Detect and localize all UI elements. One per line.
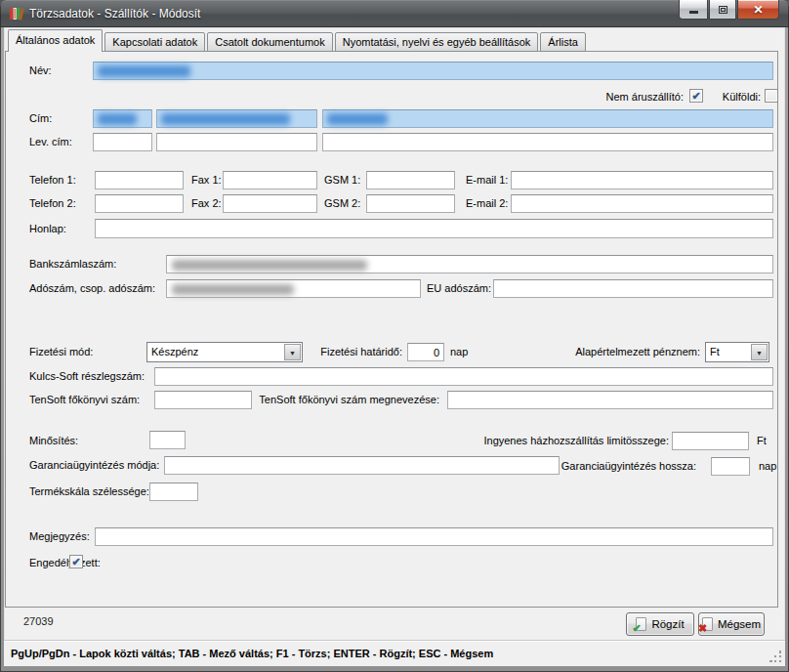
engedelyezett-checkbox[interactable]: ✔ bbox=[69, 555, 83, 568]
lev-cim-street-input[interactable] bbox=[322, 133, 773, 151]
nem-aruszallito-checkbox[interactable]: ✔ bbox=[689, 89, 703, 103]
nev-input[interactable] bbox=[93, 62, 773, 80]
cim-street-input[interactable] bbox=[322, 109, 773, 128]
honlap-label: Honlap: bbox=[29, 223, 66, 234]
penznem-select[interactable]: Ft ▼ bbox=[705, 342, 769, 362]
megjegyzes-label: Megjegyzés: bbox=[29, 530, 90, 542]
redacted-bankszamlaszam bbox=[172, 260, 367, 271]
tab-csatolt-dokumentumok[interactable]: Csatolt dokumentumok bbox=[207, 32, 333, 52]
app-books-icon bbox=[9, 6, 24, 21]
statusbar: PgUp/PgDn - Lapok közti váltás; TAB - Me… bbox=[4, 640, 785, 666]
telefon1-label: Telefon 1: bbox=[29, 174, 76, 186]
cancel-button[interactable]: ✖ Mégsem bbox=[698, 612, 765, 636]
tab-altalanos-adatok[interactable]: Általános adatok bbox=[8, 29, 103, 52]
email2-label: E-mail 2: bbox=[466, 197, 508, 209]
close-icon: ✕ bbox=[753, 3, 763, 17]
nap-suffix-2: nap bbox=[759, 460, 776, 472]
tensoft-szam-input[interactable] bbox=[154, 391, 252, 409]
titlebar[interactable]: Törzsadatok - Szállítók - Módosít ✕ bbox=[0, 0, 789, 27]
fax2-input[interactable] bbox=[223, 194, 317, 213]
kulfoldi-checkbox[interactable] bbox=[765, 89, 778, 103]
engedelyezett-label: Engedélyezett: bbox=[29, 557, 101, 568]
bankszamlaszam-label: Bankszámlaszám: bbox=[29, 258, 116, 270]
redacted-nev bbox=[98, 65, 190, 77]
check-icon: ✔ bbox=[71, 556, 80, 567]
cancel-document-x-icon: ✖ bbox=[702, 617, 713, 631]
garancia-modja-input[interactable] bbox=[164, 456, 560, 475]
telefon2-label: Telefon 2: bbox=[29, 197, 76, 209]
statusbar-hint-text: PgUp/PgDn - Lapok közti váltás; TAB - Me… bbox=[11, 648, 493, 659]
kulfoldi-label: Külföldi: bbox=[723, 91, 761, 103]
fizetesi-hatarido-label: Fizetési határidő: bbox=[320, 346, 402, 357]
garancia-modja-label: Garanciaügyintézés módja: bbox=[29, 459, 159, 471]
fax2-label: Fax 2: bbox=[191, 197, 222, 209]
close-button[interactable]: ✕ bbox=[737, 0, 779, 20]
cim-label: Cím: bbox=[29, 112, 52, 124]
fax1-label: Fax 1: bbox=[191, 174, 222, 186]
termekskala-input[interactable] bbox=[149, 483, 198, 501]
window-title: Törzsadatok - Szállítók - Módosít bbox=[29, 7, 200, 21]
maximize-icon bbox=[719, 6, 727, 14]
cancel-button-label: Mégsem bbox=[718, 618, 761, 630]
adoszam-input[interactable] bbox=[166, 279, 421, 298]
redacted-city bbox=[161, 113, 290, 125]
adoszam-label: Adószám, csop. adószám: bbox=[29, 282, 155, 294]
garancia-hossza-input[interactable] bbox=[711, 457, 750, 476]
tensoft-megnevezes-input[interactable] bbox=[447, 391, 773, 409]
bankszamlaszam-input[interactable] bbox=[166, 255, 773, 273]
lev-cim-zip-input[interactable] bbox=[93, 133, 152, 151]
ingyenes-limit-label: Ingyenes házhozszállítás limitösszege: bbox=[483, 435, 669, 446]
maximize-button[interactable] bbox=[709, 0, 736, 20]
telefon2-input[interactable] bbox=[95, 194, 184, 213]
chevron-down-icon[interactable]: ▼ bbox=[284, 344, 301, 360]
minosites-input[interactable] bbox=[149, 431, 186, 449]
eu-adoszam-input[interactable] bbox=[493, 279, 773, 298]
email1-label: E-mail 1: bbox=[466, 174, 508, 186]
lev-cim-city-input[interactable] bbox=[156, 133, 317, 151]
honlap-input[interactable] bbox=[95, 219, 773, 238]
termekskala-label: Termékskála szélessége: bbox=[29, 485, 149, 497]
fizetesi-mod-select[interactable]: Készpénz ▼ bbox=[146, 342, 303, 362]
tab-kapcsolati-adatok[interactable]: Kapcsolati adatok bbox=[104, 32, 205, 52]
ingyenes-limit-input[interactable] bbox=[672, 432, 749, 450]
window: Törzsadatok - Szállítók - Módosít ✕ Álta… bbox=[0, 0, 789, 672]
nap-suffix-1: nap bbox=[450, 346, 468, 357]
penznem-label: Alapértelmezett pénznem: bbox=[575, 346, 700, 357]
ft-suffix: Ft bbox=[757, 435, 767, 446]
fax1-input[interactable] bbox=[223, 171, 317, 189]
check-icon: ✔ bbox=[691, 90, 700, 102]
record-id: 27039 bbox=[23, 615, 54, 627]
nem-aruszallito-label: Nem áruszállító: bbox=[606, 91, 684, 103]
redacted-street bbox=[327, 113, 388, 125]
cim-zip-input[interactable] bbox=[93, 109, 152, 128]
fizetesi-mod-value: Készpénz bbox=[147, 343, 302, 357]
gsm2-input[interactable] bbox=[366, 194, 455, 213]
telefon1-input[interactable] bbox=[95, 171, 184, 189]
garancia-hossza-label: Garanciaügyintézés hossza: bbox=[561, 460, 696, 472]
fizetesi-mod-label: Fizetési mód: bbox=[29, 346, 93, 357]
tab-arlista[interactable]: Árlista bbox=[540, 32, 586, 52]
save-button-label: Rögzít bbox=[651, 618, 684, 630]
lev-cim-label: Lev. cím: bbox=[29, 136, 72, 147]
email1-input[interactable] bbox=[511, 171, 773, 189]
save-button[interactable]: ✔ Rögzít bbox=[626, 612, 694, 636]
minosites-label: Minősítés: bbox=[29, 435, 78, 446]
gsm1-input[interactable] bbox=[366, 171, 455, 189]
resize-grip[interactable] bbox=[769, 651, 782, 663]
email2-input[interactable] bbox=[511, 194, 773, 213]
fizetesi-hatarido-input[interactable]: 0 bbox=[407, 343, 444, 361]
nev-label: Név: bbox=[29, 64, 52, 76]
minimize-button[interactable] bbox=[679, 0, 708, 20]
megjegyzes-input[interactable] bbox=[95, 527, 773, 546]
tensoft-megnevezes-label: TenSoft főkönyvi szám megnevezése: bbox=[259, 394, 439, 405]
minimize-icon bbox=[689, 11, 698, 14]
kulcs-soft-input[interactable] bbox=[154, 367, 773, 386]
chevron-down-icon[interactable]: ▼ bbox=[751, 344, 768, 360]
eu-adoszam-label: EU adószám: bbox=[427, 282, 491, 294]
tab-strip: Általános adatok Kapcsolati adatok Csato… bbox=[8, 29, 586, 52]
cim-city-input[interactable] bbox=[156, 109, 317, 128]
gsm1-label: GSM 1: bbox=[324, 174, 360, 186]
tensoft-szam-label: TenSoft főkönyvi szám: bbox=[29, 394, 140, 405]
tab-nyomtatasi-beallitasok[interactable]: Nyomtatási, nyelvi és egyéb beállítások bbox=[335, 32, 539, 52]
redacted-adoszam bbox=[172, 284, 294, 295]
